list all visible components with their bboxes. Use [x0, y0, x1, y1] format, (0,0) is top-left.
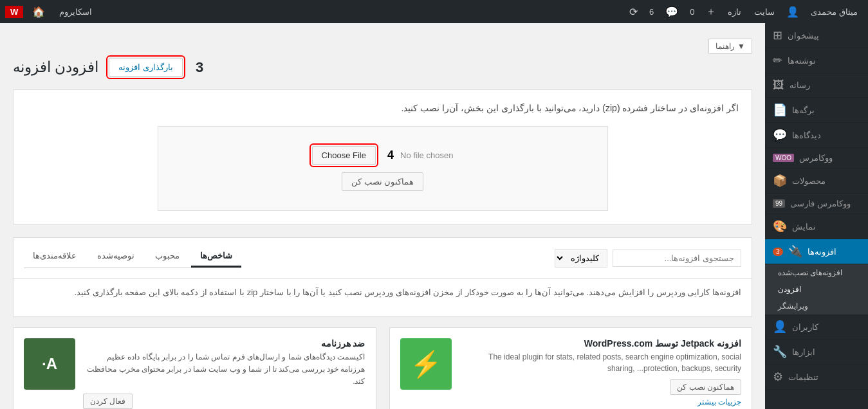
upload-plugin-button[interactable]: بارگذاری افزونه [109, 58, 183, 77]
wp-body: پیشخوان ⊞ نوشته‌ها ✏ رسانه 🖼 برگه‌ها 📄 د… [0, 23, 868, 409]
users-icon: 👤 [773, 320, 787, 334]
sidebar-item-posts[interactable]: نوشته‌ها ✏ [765, 48, 868, 73]
sidebar-item-woocommerce-fa[interactable]: ووکامرس فارسی 99 [765, 194, 868, 214]
plugin-card-jetpack: افزونه Jetpack توسط WordPress.com The id… [389, 327, 753, 409]
page-header: 3 بارگذاری افزونه افزودن افزونه [13, 58, 752, 77]
sidebar-label-appearance: نمایش [792, 222, 816, 232]
jetpack-title: افزونه Jetpack توسط WordPress.com [459, 338, 742, 349]
plugins-icon: 🔌 [788, 244, 802, 259]
jetpack-desc: The ideal plugin for stats, related post… [459, 351, 742, 374]
plus-icon[interactable]: ＋ [702, 5, 720, 19]
adminbar-right: میثاق محمدی 👤 سایت تازه ＋ 0 💬 6 ⟳ [625, 5, 863, 19]
tools-icon: 🔧 [773, 345, 787, 359]
akismet-desc: اکیسمت دیدگاه‌های شما و ارسال‌های فرم تم… [83, 351, 365, 388]
guides-area: ▼ راهنما [13, 36, 752, 54]
akismet-activate-button[interactable]: فعال کردن [83, 394, 133, 409]
akismet-info: ضد هرزنامه اکیسمت دیدگاه‌های شما و ارسال… [83, 338, 365, 409]
plugin-cards: افزونه Jetpack توسط WordPress.com The id… [13, 327, 752, 409]
updates-icon[interactable]: ⟳ [625, 6, 642, 18]
appearance-icon: 🎨 [773, 219, 787, 233]
sidebar-item-plugins[interactable]: افزونه‌ها 🔌 3 [765, 239, 868, 264]
sidebar-item-dashboard[interactable]: پیشخوان ⊞ [765, 23, 868, 48]
sidebar-label-comments: دیدگاه‌ها [792, 131, 821, 140]
file-upload-area: No file chosen 4 Choose File هماکنون نصب… [158, 126, 608, 211]
search-input[interactable] [613, 250, 741, 267]
sidebar-label-woocommerce-fa: ووکامرس فارسی [790, 199, 851, 208]
sidebar-item-comments[interactable]: دیدگاه‌ها 💬 [765, 123, 868, 148]
admin-bar: میثاق محمدی 👤 سایت تازه ＋ 0 💬 6 ⟳ اسکایر… [0, 0, 868, 23]
choose-file-button[interactable]: Choose File [312, 146, 376, 165]
page-title: افزودن افزونه [13, 59, 98, 76]
file-input-row: No file chosen 4 Choose File [171, 146, 595, 165]
akismet-icon: A· [42, 355, 57, 373]
user-avatar-icon[interactable]: 👤 [782, 6, 803, 18]
settings-icon: ⚙ [773, 370, 783, 384]
submenu-editor[interactable]: ویرایشگر [765, 298, 868, 314]
comment-icon[interactable]: 💬 [661, 6, 682, 18]
sidebar-label-settings: تنظیمات [788, 372, 818, 382]
pages-icon: 📄 [773, 103, 787, 117]
upload-description: اگر افزونه‌ای در ساختار فشرده (zip) داری… [26, 103, 739, 113]
akismet-title: ضد هرزنامه [83, 338, 365, 349]
jetpack-icon: ⚡ [410, 349, 442, 379]
plugin-tabs: شاخص‌ها محبوب توصیه‌شده علاقه‌مندی‌ها [24, 246, 241, 268]
sidebar-label-users: کاربران [792, 322, 818, 332]
sidebar-label-plugins: افزونه‌ها [808, 247, 836, 257]
plugins-submenu: افزونه‌های نصب‌شده افزودن ویرایشگر [765, 264, 868, 314]
akismet-actions: فعال کردن [83, 394, 365, 409]
sidebar-label-woocommerce: ووکامرس [799, 153, 833, 163]
submenu-installed-plugins[interactable]: افزونه‌های نصب‌شده [765, 264, 868, 281]
search-select[interactable]: کلیدواژه [555, 249, 607, 268]
home-icon[interactable]: 🏠 [28, 6, 49, 18]
adminbar-left: اسکایروم 🏠 W [5, 6, 97, 18]
jetpack-details-link[interactable]: جزییات بیشتر [459, 397, 742, 406]
submenu-add-new[interactable]: افزودن [765, 281, 868, 298]
posts-icon: ✏ [773, 53, 782, 68]
dashboard-icon: ⊞ [773, 28, 782, 42]
section-description: افزونه‌ها کارایی وردپرس را افزایش می‌دهن… [24, 286, 741, 300]
chevron-down-icon: ▼ [737, 42, 745, 51]
woo-icon: WOO [773, 154, 794, 162]
wp-icon[interactable]: W [5, 6, 23, 18]
plugin-card-akismet: ضد هرزنامه اکیسمت دیدگاه‌های شما و ارسال… [13, 327, 376, 409]
sidebar-label-media: رسانه [790, 80, 810, 90]
admin-user[interactable]: میثاق محمدی [806, 7, 863, 17]
new-content[interactable]: تازه [723, 7, 746, 17]
search-area: کلیدواژه [555, 249, 741, 268]
products-icon: 📦 [773, 174, 787, 188]
sidebar-item-woocommerce[interactable]: ووکامرس WOO [765, 148, 868, 168]
tab-popular[interactable]: محبوب [146, 246, 189, 268]
tabs-search-row: کلیدواژه شاخص‌ها محبوب توصیه‌شده علاقه‌م… [24, 246, 741, 278]
sidebar-item-settings[interactable]: تنظیمات ⚙ [765, 365, 868, 390]
sidebar-item-products[interactable]: محصولات 📦 [765, 168, 868, 194]
sidebar-label-dashboard: پیشخوان [788, 31, 819, 41]
upload-section: اگر افزونه‌ای در ساختار فشرده (zip) داری… [13, 89, 752, 224]
sidebar-item-appearance[interactable]: نمایش 🎨 [765, 214, 868, 239]
sidebar: پیشخوان ⊞ نوشته‌ها ✏ رسانه 🖼 برگه‌ها 📄 د… [765, 23, 868, 409]
step4-number: 4 [387, 149, 394, 162]
comments-link[interactable]: 0 [685, 7, 699, 17]
site-link[interactable]: سایت [749, 7, 780, 17]
guides-button[interactable]: ▼ راهنما [708, 39, 752, 54]
sidebar-item-tools[interactable]: ابزارها 🔧 [765, 340, 868, 365]
sidebar-item-pages[interactable]: برگه‌ها 📄 [765, 98, 868, 123]
woofa-icon: 99 [773, 199, 785, 208]
akismet-logo: A· [24, 338, 75, 390]
jetpack-logo: ⚡ [400, 338, 452, 390]
sidebar-item-media[interactable]: رسانه 🖼 [765, 73, 868, 98]
plugins-badge: 3 [773, 248, 783, 256]
jetpack-install-button[interactable]: هماکنون نصب کن [670, 379, 741, 395]
tabs-area: کلیدواژه شاخص‌ها محبوب توصیه‌شده علاقه‌م… [13, 237, 752, 279]
section-desc-area: افزونه‌ها کارایی وردپرس را افزایش می‌دهن… [13, 279, 752, 317]
sidebar-label-tools: ابزارها [792, 347, 815, 357]
sidebar-label-products: محصولات [792, 176, 826, 186]
tab-recommended[interactable]: توصیه‌شده [88, 246, 143, 268]
install-now-button[interactable]: هماکنون نصب کن [342, 172, 423, 191]
tab-featured[interactable]: شاخص‌ها [191, 246, 241, 268]
updates-link[interactable]: 6 [644, 7, 659, 17]
sidebar-item-users[interactable]: کاربران 👤 [765, 314, 868, 340]
guides-label: راهنما [716, 42, 735, 51]
no-file-text: No file chosen [400, 150, 453, 160]
network-link[interactable]: اسکایروم [54, 7, 97, 17]
tab-favorites[interactable]: علاقه‌مندی‌ها [24, 246, 86, 268]
